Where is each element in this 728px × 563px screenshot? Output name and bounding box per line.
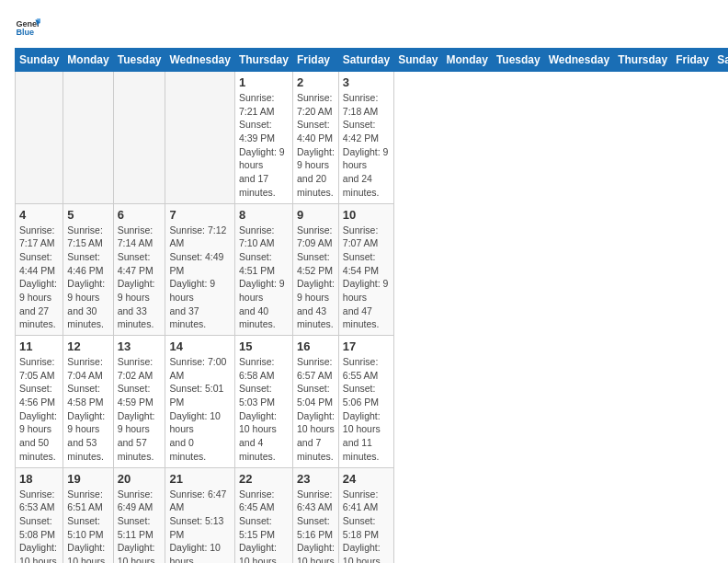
- weekday-header: Wednesday: [544, 49, 613, 72]
- calendar-day-cell: 1Sunrise: 7:21 AMSunset: 4:39 PMDaylight…: [234, 72, 292, 204]
- day-number: 17: [343, 339, 390, 353]
- day-number: 22: [239, 472, 289, 486]
- calendar-week-row: 11Sunrise: 7:05 AMSunset: 4:56 PMDayligh…: [16, 336, 729, 468]
- svg-text:Blue: Blue: [16, 28, 34, 37]
- calendar-day-cell: 9Sunrise: 7:09 AMSunset: 4:52 PMDaylight…: [292, 203, 338, 336]
- day-number: 12: [67, 339, 108, 353]
- weekday-header: Tuesday: [492, 49, 544, 72]
- weekday-header: Thursday: [614, 49, 672, 72]
- day-info: Sunrise: 7:09 AMSunset: 4:52 PMDaylight:…: [297, 224, 335, 332]
- day-number: 24: [343, 472, 390, 486]
- day-info: Sunrise: 7:14 AMSunset: 4:47 PMDaylight:…: [118, 224, 162, 332]
- logo: General Blue: [15, 15, 40, 40]
- calendar-week-row: 4Sunrise: 7:17 AMSunset: 4:44 PMDaylight…: [16, 203, 729, 336]
- day-number: 10: [343, 208, 390, 222]
- day-info: Sunrise: 7:10 AMSunset: 4:51 PMDaylight:…: [239, 224, 289, 332]
- day-info: Sunrise: 6:49 AMSunset: 5:11 PMDaylight:…: [118, 488, 162, 564]
- day-number: 8: [239, 208, 289, 222]
- weekday-header: Friday: [292, 49, 338, 72]
- calendar-day-cell: 12Sunrise: 7:04 AMSunset: 4:58 PMDayligh…: [63, 336, 113, 468]
- day-info: Sunrise: 6:45 AMSunset: 5:15 PMDaylight:…: [239, 488, 289, 564]
- day-info: Sunrise: 7:02 AMSunset: 4:59 PMDaylight:…: [118, 355, 162, 464]
- calendar-day-cell: [165, 72, 234, 204]
- calendar-day-cell: 21Sunrise: 6:47 AMSunset: 5:13 PMDayligh…: [165, 467, 234, 563]
- calendar-day-cell: 3Sunrise: 7:18 AMSunset: 4:42 PMDaylight…: [338, 72, 393, 204]
- day-number: 2: [297, 75, 335, 89]
- day-number: 14: [169, 339, 230, 353]
- weekday-header: Thursday: [234, 49, 292, 72]
- weekday-header: Sunday: [16, 49, 63, 72]
- calendar-day-cell: [16, 72, 63, 204]
- day-info: Sunrise: 7:05 AMSunset: 4:56 PMDaylight:…: [19, 355, 59, 464]
- calendar-day-cell: [113, 72, 165, 204]
- calendar-day-cell: 2Sunrise: 7:20 AMSunset: 4:40 PMDaylight…: [292, 72, 338, 204]
- day-info: Sunrise: 6:57 AMSunset: 5:04 PMDaylight:…: [297, 355, 335, 464]
- day-number: 11: [19, 339, 59, 353]
- calendar-day-cell: 11Sunrise: 7:05 AMSunset: 4:56 PMDayligh…: [16, 336, 63, 468]
- calendar-day-cell: 10Sunrise: 7:07 AMSunset: 4:54 PMDayligh…: [338, 203, 393, 336]
- day-info: Sunrise: 7:18 AMSunset: 4:42 PMDaylight:…: [343, 91, 390, 200]
- weekday-header: Monday: [442, 49, 492, 72]
- day-info: Sunrise: 7:07 AMSunset: 4:54 PMDaylight:…: [343, 224, 390, 332]
- day-number: 21: [169, 472, 230, 486]
- calendar-day-cell: 20Sunrise: 6:49 AMSunset: 5:11 PMDayligh…: [113, 467, 165, 563]
- day-number: 18: [19, 472, 59, 486]
- day-number: 5: [67, 208, 108, 222]
- day-info: Sunrise: 6:47 AMSunset: 5:13 PMDaylight:…: [169, 488, 230, 564]
- day-number: 19: [67, 472, 108, 486]
- day-number: 15: [239, 339, 289, 353]
- calendar-day-cell: 16Sunrise: 6:57 AMSunset: 5:04 PMDayligh…: [292, 336, 338, 468]
- weekday-header: Saturday: [713, 49, 728, 72]
- calendar-day-cell: 14Sunrise: 7:00 AMSunset: 5:01 PMDayligh…: [165, 336, 234, 468]
- day-number: 3: [343, 75, 390, 89]
- calendar-day-cell: 18Sunrise: 6:53 AMSunset: 5:08 PMDayligh…: [16, 467, 63, 563]
- day-number: 13: [118, 339, 162, 353]
- day-number: 16: [297, 339, 335, 353]
- weekday-header: Wednesday: [165, 49, 234, 72]
- weekday-header: Sunday: [394, 49, 442, 72]
- calendar-header-row: SundayMondayTuesdayWednesdayThursdayFrid…: [16, 49, 729, 72]
- day-info: Sunrise: 7:00 AMSunset: 5:01 PMDaylight:…: [169, 355, 230, 464]
- day-info: Sunrise: 7:12 AMSunset: 4:49 PMDaylight:…: [169, 224, 230, 332]
- calendar-day-cell: [63, 72, 113, 204]
- calendar-week-row: 1Sunrise: 7:21 AMSunset: 4:39 PMDaylight…: [16, 72, 729, 204]
- calendar-day-cell: 5Sunrise: 7:15 AMSunset: 4:46 PMDaylight…: [63, 203, 113, 336]
- day-number: 7: [169, 208, 230, 222]
- calendar-day-cell: 15Sunrise: 6:58 AMSunset: 5:03 PMDayligh…: [234, 336, 292, 468]
- calendar-day-cell: 6Sunrise: 7:14 AMSunset: 4:47 PMDaylight…: [113, 203, 165, 336]
- calendar-day-cell: 4Sunrise: 7:17 AMSunset: 4:44 PMDaylight…: [16, 203, 63, 336]
- day-info: Sunrise: 6:53 AMSunset: 5:08 PMDaylight:…: [19, 488, 59, 564]
- day-number: 6: [118, 208, 162, 222]
- day-number: 1: [239, 75, 289, 89]
- calendar-day-cell: 13Sunrise: 7:02 AMSunset: 4:59 PMDayligh…: [113, 336, 165, 468]
- day-info: Sunrise: 7:21 AMSunset: 4:39 PMDaylight:…: [239, 91, 289, 200]
- calendar-day-cell: 23Sunrise: 6:43 AMSunset: 5:16 PMDayligh…: [292, 467, 338, 563]
- page-header: General Blue: [15, 15, 713, 40]
- calendar-day-cell: 7Sunrise: 7:12 AMSunset: 4:49 PMDaylight…: [165, 203, 234, 336]
- calendar-week-row: 18Sunrise: 6:53 AMSunset: 5:08 PMDayligh…: [16, 467, 729, 563]
- calendar-day-cell: 17Sunrise: 6:55 AMSunset: 5:06 PMDayligh…: [338, 336, 393, 468]
- calendar-day-cell: 8Sunrise: 7:10 AMSunset: 4:51 PMDaylight…: [234, 203, 292, 336]
- day-number: 9: [297, 208, 335, 222]
- day-number: 20: [118, 472, 162, 486]
- day-info: Sunrise: 6:43 AMSunset: 5:16 PMDaylight:…: [297, 488, 335, 564]
- calendar-day-cell: 19Sunrise: 6:51 AMSunset: 5:10 PMDayligh…: [63, 467, 113, 563]
- weekday-header: Tuesday: [113, 49, 165, 72]
- weekday-header: Monday: [63, 49, 113, 72]
- weekday-header: Saturday: [338, 49, 393, 72]
- calendar-table: SundayMondayTuesdayWednesdayThursdayFrid…: [15, 48, 728, 563]
- day-info: Sunrise: 6:55 AMSunset: 5:06 PMDaylight:…: [343, 355, 390, 464]
- calendar-day-cell: 24Sunrise: 6:41 AMSunset: 5:18 PMDayligh…: [338, 467, 393, 563]
- day-info: Sunrise: 6:51 AMSunset: 5:10 PMDaylight:…: [67, 488, 108, 564]
- calendar-day-cell: 22Sunrise: 6:45 AMSunset: 5:15 PMDayligh…: [234, 467, 292, 563]
- day-number: 4: [19, 208, 59, 222]
- day-info: Sunrise: 7:04 AMSunset: 4:58 PMDaylight:…: [67, 355, 108, 464]
- day-info: Sunrise: 6:58 AMSunset: 5:03 PMDaylight:…: [239, 355, 289, 464]
- day-info: Sunrise: 7:15 AMSunset: 4:46 PMDaylight:…: [67, 224, 108, 332]
- logo-icon: General Blue: [15, 15, 40, 40]
- day-info: Sunrise: 6:41 AMSunset: 5:18 PMDaylight:…: [343, 488, 390, 564]
- day-number: 23: [297, 472, 335, 486]
- day-info: Sunrise: 7:20 AMSunset: 4:40 PMDaylight:…: [297, 91, 335, 200]
- day-info: Sunrise: 7:17 AMSunset: 4:44 PMDaylight:…: [19, 224, 59, 332]
- weekday-header: Friday: [672, 49, 713, 72]
